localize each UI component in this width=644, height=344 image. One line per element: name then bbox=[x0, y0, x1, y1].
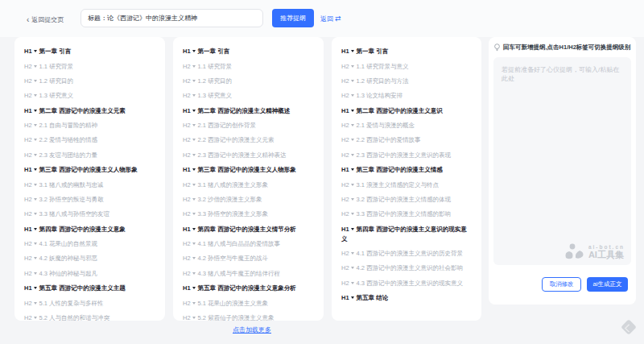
heading-level-tag[interactable]: H1 bbox=[341, 294, 349, 301]
outline-item[interactable]: H22.1 西游记的创作背景 bbox=[183, 118, 314, 133]
heading-level-tag[interactable]: H2 bbox=[341, 122, 349, 129]
heading-level-tag[interactable]: H2 bbox=[341, 280, 349, 287]
outline-item[interactable]: H1第四章 西游记中的浪漫主义意识的现实意义 bbox=[341, 222, 472, 247]
heading-level-tag[interactable]: H2 bbox=[183, 314, 191, 321]
outline-item[interactable]: H22.2 西游记中的浪漫主义元素 bbox=[183, 133, 314, 147]
heading-level-tag[interactable]: H1 bbox=[183, 226, 191, 233]
outline-item[interactable]: H24.3 神仙的神秘与超凡 bbox=[24, 267, 155, 281]
outline-item[interactable]: H1第一章 引言 bbox=[24, 44, 155, 59]
heading-level-tag[interactable]: H2 bbox=[183, 151, 191, 159]
heading-level-tag[interactable]: H1 bbox=[183, 166, 191, 173]
title-input[interactable] bbox=[80, 9, 263, 27]
outline-item[interactable]: H21.1 研究背景与意义 bbox=[341, 59, 472, 73]
outline-item[interactable]: H23.1 猪八戒的幽默与忠诚 bbox=[24, 177, 155, 192]
heading-level-tag[interactable]: H1 bbox=[24, 107, 32, 114]
heading-level-tag[interactable]: H2 bbox=[24, 77, 32, 85]
outline-item[interactable]: H1第二章 西游记的浪漫主义精神概述 bbox=[183, 104, 314, 118]
heading-level-tag[interactable]: H1 bbox=[341, 166, 349, 173]
cancel-edit-button[interactable]: 取消修改 bbox=[542, 277, 581, 292]
outline-item[interactable]: H24.2 孙悟空与牛魔王的战斗 bbox=[183, 251, 314, 266]
outline-item[interactable]: H25.1 人性的复杂与多样性 bbox=[24, 296, 155, 310]
heading-level-tag[interactable]: H2 bbox=[341, 210, 349, 218]
outline-item[interactable]: H23.3 孙悟空的浪漫主义形象 bbox=[183, 207, 314, 222]
outline-item[interactable]: H22.1 自由与冒险的精神 bbox=[24, 118, 155, 133]
return-link[interactable]: 返回 ⇄ bbox=[320, 15, 341, 23]
outline-item[interactable]: H1第一章 引言 bbox=[183, 44, 314, 59]
outline-item[interactable]: H1第三章 西游记中的浪漫主义人物形象 bbox=[183, 163, 314, 177]
heading-level-tag[interactable]: H2 bbox=[24, 270, 32, 277]
outline-item[interactable]: H1第三章 西游记中的浪漫主义情感 bbox=[341, 163, 472, 177]
outline-item[interactable]: H21.1 研究背景 bbox=[24, 59, 155, 73]
heading-level-tag[interactable]: H2 bbox=[24, 240, 32, 247]
heading-level-tag[interactable]: H1 bbox=[24, 48, 32, 55]
outline-item[interactable]: H24.1 花果山的自然景观 bbox=[24, 237, 155, 251]
outline-item[interactable]: H23.3 西游记中的浪漫主义情感的影响 bbox=[341, 207, 472, 222]
outline-item[interactable]: H1第五章 西游记中的浪漫主义意象分析 bbox=[183, 281, 314, 296]
ai-generate-body-button[interactable]: ai生成正文 bbox=[587, 277, 628, 292]
heading-level-tag[interactable]: H2 bbox=[183, 300, 191, 307]
outline-item[interactable]: H22.3 西游记中的浪漫主义意识的表现 bbox=[341, 148, 472, 163]
heading-level-tag[interactable]: H2 bbox=[24, 196, 32, 203]
heading-level-tag[interactable]: H2 bbox=[183, 240, 191, 247]
heading-level-tag[interactable]: H2 bbox=[183, 63, 191, 70]
outline-item[interactable]: H21.2 研究目的与方法 bbox=[341, 74, 472, 89]
load-more-link[interactable]: 点击加载更多 bbox=[233, 325, 271, 334]
outline-item[interactable]: H1第五章 结论 bbox=[341, 291, 472, 305]
heading-level-tag[interactable]: H2 bbox=[341, 250, 349, 257]
heading-level-tag[interactable]: H1 bbox=[24, 226, 32, 233]
heading-level-tag[interactable]: H1 bbox=[341, 226, 349, 233]
heading-level-tag[interactable]: H2 bbox=[24, 314, 32, 321]
heading-level-tag[interactable]: H1 bbox=[24, 166, 32, 173]
heading-level-tag[interactable]: H2 bbox=[183, 92, 191, 99]
outline-item[interactable]: H25.2 紫霞仙子的浪漫主义意象 bbox=[183, 311, 314, 321]
outline-item[interactable]: H1第二章 西游记中的浪漫主义元素 bbox=[24, 104, 155, 118]
heading-level-tag[interactable]: H2 bbox=[341, 151, 349, 159]
outline-item[interactable]: H1第二章 西游记中的浪漫主义意识 bbox=[341, 104, 472, 118]
heading-level-tag[interactable]: H2 bbox=[24, 151, 32, 159]
heading-level-tag[interactable]: H2 bbox=[183, 270, 191, 277]
corner-widget-icon[interactable] bbox=[621, 319, 637, 335]
heading-level-tag[interactable]: H1 bbox=[341, 107, 349, 114]
outline-item[interactable]: H24.2 西游记中的浪漫主义意识的社会影响 bbox=[341, 261, 472, 276]
back-to-submit-link[interactable]: ‹ 返回提交页 bbox=[27, 15, 64, 24]
heading-level-tag[interactable]: H2 bbox=[24, 300, 32, 307]
outline-item[interactable]: H21.1 研究背景 bbox=[183, 59, 314, 73]
custom-outline-textarea[interactable] bbox=[493, 57, 631, 265]
heading-level-tag[interactable]: H1 bbox=[24, 284, 32, 292]
outline-item[interactable]: H23.1 猪八戒的浪漫主义形象 bbox=[183, 177, 314, 192]
outline-item[interactable]: H22.3 西游记中的浪漫主义精神表达 bbox=[183, 148, 314, 163]
outline-item[interactable]: H25.1 花果山的浪漫主义意象 bbox=[183, 296, 314, 310]
outline-item[interactable]: H23.2 西游记中的浪漫主义情感的体现 bbox=[341, 193, 472, 207]
outline-item[interactable]: H25.2 人与自然的和谐与冲突 bbox=[24, 311, 155, 321]
outline-item[interactable]: H24.3 西游记中的浪漫主义意识的现实意义 bbox=[341, 276, 472, 291]
outline-item[interactable]: H21.3 论文结构安排 bbox=[341, 89, 472, 103]
heading-level-tag[interactable]: H2 bbox=[183, 196, 191, 203]
heading-level-tag[interactable]: H1 bbox=[183, 48, 191, 55]
heading-level-tag[interactable]: H2 bbox=[341, 196, 349, 203]
heading-level-tag[interactable]: H2 bbox=[183, 77, 191, 85]
outline-item[interactable]: H24.1 西游记中的浪漫主义意识的历史背景 bbox=[341, 247, 472, 261]
heading-level-tag[interactable]: H2 bbox=[24, 63, 32, 70]
heading-level-tag[interactable]: H2 bbox=[341, 264, 349, 271]
outline-item[interactable]: H21.2 研究目的 bbox=[24, 74, 155, 89]
heading-level-tag[interactable]: H2 bbox=[24, 136, 32, 143]
heading-level-tag[interactable]: H2 bbox=[341, 181, 349, 189]
outline-item[interactable]: H24.2 妖魔的神秘与邪恶 bbox=[24, 251, 155, 266]
heading-level-tag[interactable]: H2 bbox=[183, 210, 191, 218]
outline-item[interactable]: H21.2 研究目的 bbox=[183, 74, 314, 89]
heading-level-tag[interactable]: H1 bbox=[341, 48, 349, 55]
outline-item[interactable]: H1第四章 西游记中的浪漫主义情节分析 bbox=[183, 222, 314, 237]
heading-level-tag[interactable]: H2 bbox=[341, 77, 349, 85]
heading-level-tag[interactable]: H2 bbox=[24, 255, 32, 262]
outline-item[interactable]: H24.3 猪八戒与牛魔王的结伴行程 bbox=[183, 267, 314, 281]
heading-level-tag[interactable]: H2 bbox=[183, 122, 191, 129]
outline-item[interactable]: H1第四章 西游记中的浪漫主义意象 bbox=[24, 222, 155, 237]
heading-level-tag[interactable]: H2 bbox=[183, 136, 191, 143]
outline-item[interactable]: H1第五章 西游记中的浪漫主义主题 bbox=[24, 281, 155, 296]
outline-item[interactable]: H22.2 爱情与牺牲的情感 bbox=[24, 133, 155, 147]
heading-level-tag[interactable]: H2 bbox=[341, 63, 349, 70]
outline-item[interactable]: H1第一章 引言 bbox=[341, 44, 472, 59]
outline-item[interactable]: H1第三章 西游记中的浪漫主义人物形象 bbox=[24, 163, 155, 177]
heading-level-tag[interactable]: H2 bbox=[183, 255, 191, 262]
heading-level-tag[interactable]: H2 bbox=[24, 122, 32, 129]
